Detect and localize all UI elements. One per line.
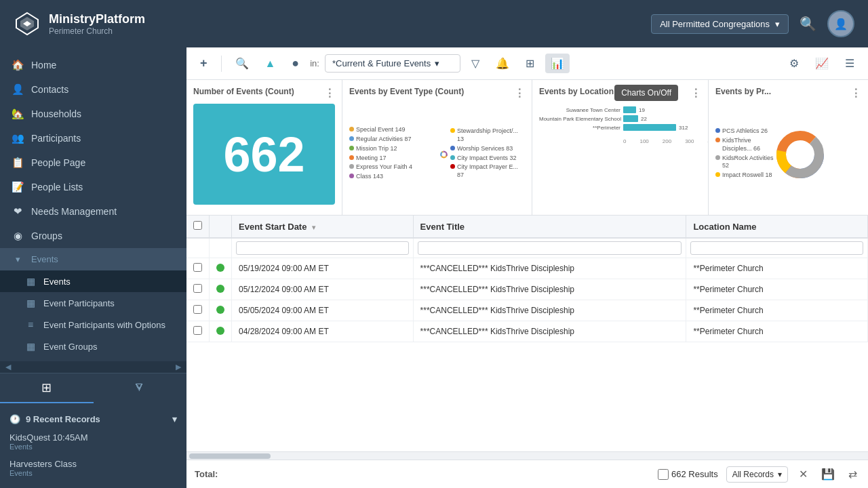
recent-item-subtitle: Events — [9, 443, 177, 451]
total-label: Total: — [195, 469, 218, 479]
donut-legend-right: Stewardship Project/... 13 Worship Servi… — [450, 127, 525, 180]
notification-icon[interactable]: 🔔 — [490, 54, 515, 73]
col-header-location-name[interactable]: Location Name — [686, 216, 868, 238]
chart-menu-icon[interactable]: ⋮ — [690, 87, 701, 100]
row-checkbox[interactable] — [193, 326, 202, 335]
recent-records-label: 9 Recent Records — [26, 414, 100, 424]
sidebar-tab-tree[interactable]: ⛛ — [94, 373, 187, 403]
recent-item-kidsquest[interactable]: KidsQuest 10:45AM Events — [0, 428, 186, 455]
sidebar-collapse-icon[interactable]: ◀ — [5, 363, 11, 371]
sidebar-item-home[interactable]: 🏠 Home — [0, 53, 186, 77]
sidebar-subitem-label: Event Participants with Options — [43, 320, 165, 330]
charts-area: Number of Events (Count) ⋮ 662 Events by… — [186, 80, 868, 216]
sort-icon: ▾ — [312, 224, 315, 231]
save-icon[interactable]: 💾 — [818, 465, 837, 483]
sidebar-item-events[interactable]: ▾ Events — [0, 248, 186, 270]
h-scroll-thumb[interactable] — [189, 453, 271, 459]
event-participants-icon: ▦ — [24, 298, 37, 308]
recent-item-harvesters[interactable]: Harvesters Class Events — [0, 455, 186, 481]
congregation-label: All Permitted Congregations — [660, 19, 770, 29]
filter-icon[interactable]: ▽ — [466, 54, 485, 73]
recent-records-header[interactable]: 🕐 9 Recent Records ▾ — [0, 410, 186, 428]
transfer-icon[interactable]: ⇄ — [846, 465, 860, 483]
filter-input-title[interactable] — [418, 241, 682, 255]
sidebar-subitem-event-participants-options[interactable]: ≡ Event Participants with Options — [0, 314, 186, 336]
row-checkbox[interactable] — [193, 305, 202, 314]
col-header-event-start-date[interactable]: Event Start Date ▾ — [232, 216, 414, 238]
h-scroll-track[interactable] — [186, 451, 868, 460]
chart-menu-icon[interactable]: ⋮ — [324, 87, 335, 100]
sidebar-item-label: Home — [31, 60, 56, 70]
row-date: 05/12/2024 09:00 AM ET — [232, 279, 414, 300]
sidebar-subitem-event-participants[interactable]: ▦ Event Participants — [0, 292, 186, 314]
recent-records-left: 🕐 9 Recent Records — [9, 414, 100, 424]
add-button[interactable]: + — [195, 53, 213, 74]
sidebar-item-contacts[interactable]: 👤 Contacts — [0, 77, 186, 102]
toolbar-separator — [221, 56, 222, 72]
main-content: + 🔍 ▲ ● in: *Current & Future Events ▾ ▽… — [186, 47, 868, 488]
avatar[interactable]: 👤 — [827, 10, 854, 37]
recent-item-title: KidsQuest 10:45AM — [9, 432, 177, 443]
chevron-down-icon: ▾ — [775, 19, 780, 29]
row-title: ***CANCELLED*** KidsThrive Discipleship — [413, 279, 686, 300]
sidebar-resize-area: ◀ ▶ — [0, 361, 186, 373]
records-selector[interactable]: All Records ▾ — [726, 466, 788, 483]
filter-input-location[interactable] — [690, 241, 863, 255]
event-selector[interactable]: *Current & Future Events ▾ — [325, 54, 460, 73]
status-dot-green — [216, 285, 224, 293]
table-body: 05/19/2024 09:00 AM ET ***CANCELLED*** K… — [186, 258, 868, 342]
toggle-icon[interactable]: ● — [286, 53, 304, 74]
grid-view-icon[interactable]: ⊞ — [520, 54, 540, 73]
app-name: MinistryPlatform — [49, 12, 145, 26]
sidebar-item-groups[interactable]: ◉ Groups — [0, 224, 186, 248]
results-count: 662 Results — [658, 469, 718, 480]
toggle-up-icon[interactable]: ▲ — [260, 54, 281, 73]
sidebar-item-label: Groups — [31, 230, 62, 241]
menu-icon[interactable]: ☰ — [840, 54, 860, 73]
filter-input-date[interactable] — [236, 241, 409, 255]
sidebar-subitem-event-groups[interactable]: ▦ Event Groups — [0, 336, 186, 357]
congregation-selector[interactable]: All Permitted Congregations ▾ — [651, 14, 789, 34]
settings-icon[interactable]: ⚙ — [784, 54, 804, 73]
sidebar-item-participants[interactable]: 👥 Participants — [0, 126, 186, 150]
location-bar-3: **Perimeter 312 — [539, 124, 701, 131]
search-filter-icon[interactable]: 🔍 — [230, 54, 254, 73]
in-label: in: — [310, 58, 319, 68]
sidebar-subitem-events[interactable]: ▦ Events — [0, 270, 186, 292]
row-checkbox[interactable] — [193, 284, 202, 293]
chevron-down-icon: ▾ — [435, 58, 439, 68]
close-icon[interactable]: ✕ — [796, 465, 810, 483]
row-checkbox[interactable] — [193, 263, 202, 272]
chart-menu-icon[interactable]: ⋮ — [850, 87, 861, 100]
row-checkbox-cell — [186, 279, 210, 300]
sidebar-expand-icon[interactable]: ▶ — [176, 363, 181, 371]
sidebar-item-people-lists[interactable]: 📝 People Lists — [0, 175, 186, 199]
charts-toggle-icon[interactable]: 📊 — [545, 54, 570, 73]
chart-line-icon[interactable]: 📈 — [810, 54, 834, 73]
sidebar-item-label: People Page — [31, 157, 85, 168]
row-location: **Perimeter Church — [686, 258, 868, 279]
row-title: ***CANCELLED*** KidsThrive Discipleship — [413, 258, 686, 279]
col-header-event-title[interactable]: Event Title — [413, 216, 686, 238]
chart-menu-icon[interactable]: ⋮ — [514, 87, 525, 100]
recent-records-icon: 🕐 — [9, 414, 20, 424]
logo-area: MinistryPlatform Perimeter Church — [14, 10, 145, 37]
top-header: MinistryPlatform Perimeter Church All Pe… — [0, 0, 868, 47]
row-location: **Perimeter Church — [686, 279, 868, 300]
sidebar-tab-grid[interactable]: ⊞ — [0, 373, 94, 403]
people-page-icon: 📋 — [11, 157, 24, 169]
chevron-down-icon: ▾ — [778, 470, 782, 479]
results-select-all[interactable] — [658, 469, 669, 480]
app-body: 🏠 Home 👤 Contacts 🏡 Households 👥 Partici… — [0, 47, 868, 488]
filter-cell-status — [210, 238, 232, 258]
sidebar-item-needs[interactable]: ❤ Needs Management — [0, 199, 186, 224]
app-logo-icon — [14, 10, 41, 37]
sidebar-subitem-label: Event Groups — [43, 342, 98, 352]
search-icon[interactable]: 🔍 — [800, 16, 816, 32]
sidebar-item-people-page[interactable]: 📋 People Page — [0, 150, 186, 175]
select-all-checkbox[interactable] — [193, 221, 202, 230]
church-name: Perimeter Church — [49, 26, 145, 36]
sidebar-item-label: Contacts — [31, 84, 68, 95]
sidebar-item-label: Needs Management — [31, 206, 117, 217]
sidebar-item-households[interactable]: 🏡 Households — [0, 102, 186, 126]
